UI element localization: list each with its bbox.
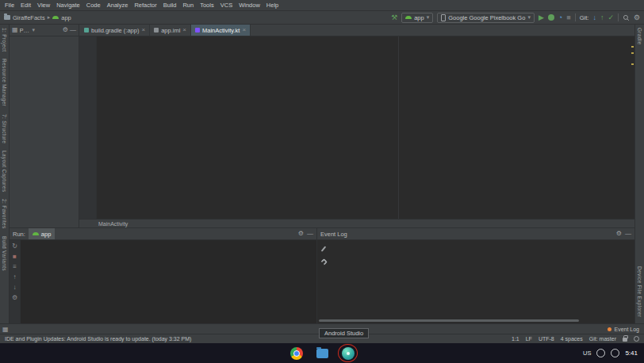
warning-stripe-mark[interactable] xyxy=(631,46,634,48)
editor-code[interactable] xyxy=(97,36,634,219)
main-area: 1: Project Resource Manager 7: Structure… xyxy=(0,25,644,323)
settings-wrench-icon[interactable] xyxy=(320,258,328,266)
menu-item-help[interactable]: Help xyxy=(263,2,282,9)
lock-icon[interactable] xyxy=(623,338,627,342)
close-icon[interactable]: × xyxy=(242,27,246,33)
editor-tab-app-iml[interactable]: app.iml× xyxy=(150,25,191,36)
scroll-down-icon[interactable]: ↓ xyxy=(13,284,17,291)
close-icon[interactable]: × xyxy=(182,27,186,33)
event-log-button[interactable]: Event Log xyxy=(614,327,639,332)
tool-button-favorites[interactable]: 2: Favorites xyxy=(2,199,7,229)
editor-tab-build-gradle-app[interactable]: build.gradle (:app)× xyxy=(80,25,150,36)
content-area: ▦ Project ▾ ⚙ — build.gradle (:app)×app.… xyxy=(10,25,634,323)
run-panel: Run: app ⚙ — ↻ ■ ≡ xyxy=(10,228,317,323)
breadcrumb-project[interactable]: GiraffeFacts xyxy=(13,14,45,21)
git-update-button[interactable]: ↓ xyxy=(592,14,596,21)
device-select[interactable]: Google Google Pixelbook Go ▾ xyxy=(437,13,535,23)
breadcrumb-module[interactable]: app xyxy=(61,14,71,21)
settings-gear-icon[interactable]: ⚙ xyxy=(634,14,640,21)
chevron-down-icon[interactable]: ▾ xyxy=(33,27,36,33)
project-tree xyxy=(10,36,79,227)
run-gear-icon[interactable]: ⚙ xyxy=(12,294,17,301)
tool-button-project[interactable]: 1: Project xyxy=(2,28,7,52)
breadcrumb-class[interactable]: MainActivity xyxy=(98,221,128,227)
warning-stripe-mark[interactable] xyxy=(631,63,634,65)
tray-shield-icon[interactable] xyxy=(611,349,619,357)
main-toolbar: GiraffeFacts ▸ app ⚒ app ▾ Google Google… xyxy=(0,11,644,25)
git-check-icon[interactable]: ✓ xyxy=(608,14,614,21)
project-view-icon[interactable]: ▦ xyxy=(12,27,18,33)
git-commit-button[interactable]: ↑ xyxy=(600,14,604,21)
menu-item-view[interactable]: View xyxy=(34,2,53,9)
search-icon[interactable] xyxy=(623,14,630,21)
tool-button-gradle[interactable]: Gradle xyxy=(637,28,642,44)
run-settings-gear-icon[interactable]: ⚙ xyxy=(298,231,304,237)
warning-stripe-mark[interactable] xyxy=(631,52,634,54)
menu-item-run[interactable]: Run xyxy=(179,2,197,9)
tool-button-device-file-explorer[interactable]: Device File Explorer xyxy=(637,266,642,317)
tool-button-resource-manager[interactable]: Resource Manager xyxy=(2,59,7,106)
file-type-icon xyxy=(84,28,89,32)
menu-item-window[interactable]: Window xyxy=(236,2,263,9)
close-icon[interactable]: × xyxy=(141,27,145,33)
toolwindow-switcher-icon[interactable]: ▦ xyxy=(2,326,9,333)
event-settings-gear-icon[interactable]: ⚙ xyxy=(616,231,622,237)
indent-config[interactable]: 4 spaces xyxy=(561,336,583,342)
menu-item-build[interactable]: Build xyxy=(160,2,180,9)
tool-button-layout-captures[interactable]: Layout Captures xyxy=(2,151,7,192)
bottom-panels: Run: app ⚙ — ↻ ■ ≡ xyxy=(10,227,634,323)
build-hammer-icon[interactable]: ⚒ xyxy=(391,14,397,21)
hide-panel-icon[interactable]: — xyxy=(307,231,313,237)
rerun-icon[interactable]: ↻ xyxy=(12,243,17,250)
menu-item-navigate[interactable]: Navigate xyxy=(53,2,83,9)
notification-icon[interactable] xyxy=(634,336,639,342)
event-log-list[interactable] xyxy=(330,240,634,323)
run-panel-title: Run: xyxy=(13,231,25,238)
editor-breadcrumb-bar: MainActivity xyxy=(79,219,634,227)
hide-panel-icon[interactable]: — xyxy=(625,231,631,237)
panel-settings-gear-icon[interactable]: ⚙ xyxy=(63,27,68,33)
chrome-icon[interactable] xyxy=(290,347,303,360)
stop-button[interactable]: ■ xyxy=(566,14,570,21)
run-menu-icon[interactable]: ≡ xyxy=(13,263,17,270)
tray-status-icon[interactable] xyxy=(596,349,605,357)
menu-item-code[interactable]: Code xyxy=(83,2,104,9)
android-studio-taskbar-icon[interactable] xyxy=(342,347,355,360)
edit-icon[interactable] xyxy=(321,246,327,251)
tool-button-build-variants[interactable]: Build Variants xyxy=(2,236,7,271)
run-console[interactable] xyxy=(21,240,316,323)
stop-icon[interactable]: ■ xyxy=(13,253,17,260)
menu-item-file[interactable]: File xyxy=(2,2,17,9)
run-tab-app[interactable]: app xyxy=(29,228,56,239)
editor[interactable] xyxy=(79,36,634,219)
menu-item-vcs[interactable]: VCS xyxy=(217,2,236,9)
caret-position[interactable]: 1:1 xyxy=(512,336,519,342)
scroll-up-icon[interactable]: ↑ xyxy=(13,273,17,281)
editor-tab-mainactivity-kt[interactable]: MainActivity.kt× xyxy=(191,25,251,36)
menu-item-refactor[interactable]: Refactor xyxy=(131,2,159,9)
file-manager-icon[interactable] xyxy=(316,349,328,358)
toolbar-separator xyxy=(618,13,619,21)
keyboard-layout-indicator[interactable]: US xyxy=(583,350,591,357)
tool-button-structure[interactable]: 7: Structure xyxy=(2,114,7,143)
hide-panel-icon[interactable]: — xyxy=(70,27,76,33)
menu-item-tools[interactable]: Tools xyxy=(197,2,217,9)
android-studio-window: FileEditViewNavigateCodeAnalyzeRefactorB… xyxy=(0,0,644,363)
file-encoding[interactable]: UTF-8 xyxy=(539,336,554,342)
horizontal-scrollbar[interactable] xyxy=(319,319,579,322)
debug-button[interactable] xyxy=(548,14,554,21)
menu-item-edit[interactable]: Edit xyxy=(17,2,34,9)
status-message[interactable]: IDE and Plugin Updates: Android Studio i… xyxy=(5,336,191,342)
run-button[interactable]: ▶ xyxy=(539,14,544,21)
menu-item-analyze[interactable]: Analyze xyxy=(104,2,132,9)
line-separator[interactable]: LF xyxy=(526,336,532,342)
clock[interactable]: 5:41 xyxy=(625,350,638,357)
profiler-button[interactable]: ◔ xyxy=(558,14,562,21)
left-tool-stripe: 1: Project Resource Manager 7: Structure… xyxy=(0,25,10,323)
system-tray: US 5:41 xyxy=(583,343,638,363)
run-config-select[interactable]: app ▾ xyxy=(401,13,433,23)
editor-gutter xyxy=(79,36,97,219)
git-branch[interactable]: Git: master xyxy=(589,336,616,342)
android-icon xyxy=(405,16,412,19)
project-panel-title[interactable]: Project xyxy=(20,27,31,34)
